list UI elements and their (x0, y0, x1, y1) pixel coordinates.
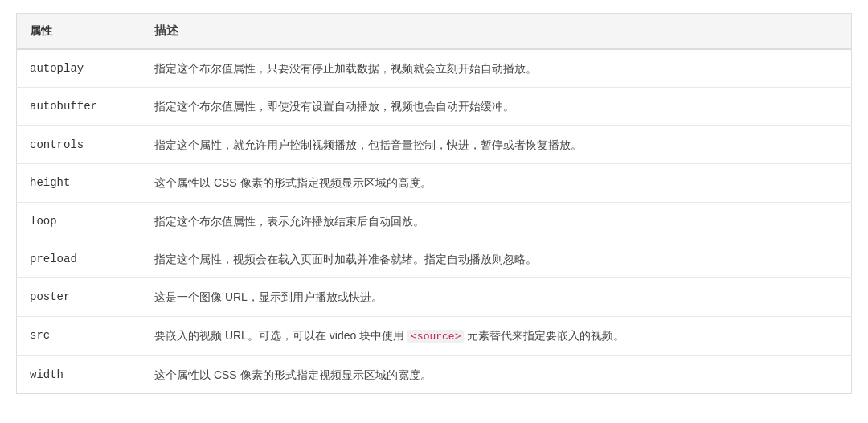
table-row: loop指定这个布尔值属性，表示允许播放结束后自动回放。 (17, 202, 852, 240)
desc-cell: 这个属性以 CSS 像素的形式指定视频显示区域的高度。 (141, 164, 852, 202)
attr-cell: width (17, 355, 141, 393)
attr-cell: preload (17, 240, 141, 277)
attr-cell: src (17, 316, 141, 355)
attr-cell: loop (17, 202, 141, 240)
table-row: src要嵌入的视频 URL。可选，可以在 video 块中使用 <source>… (17, 316, 852, 355)
table-row: autoplay指定这个布尔值属性，只要没有停止加载数据，视频就会立刻开始自动播… (17, 49, 852, 88)
inline-code: <source> (407, 330, 464, 343)
table-container: 属性 描述 autoplay指定这个布尔值属性，只要没有停止加载数据，视频就会立… (0, 0, 868, 407)
attr-cell: height (17, 164, 141, 202)
desc-cell: 这个属性以 CSS 像素的形式指定视频显示区域的宽度。 (141, 355, 852, 393)
table-row: controls指定这个属性，就允许用户控制视频播放，包括音量控制，快进，暂停或… (17, 125, 852, 163)
col-header-desc: 描述 (141, 14, 852, 50)
table-row: height这个属性以 CSS 像素的形式指定视频显示区域的高度。 (17, 164, 852, 202)
col-header-attr: 属性 (17, 14, 141, 50)
attributes-table: 属性 描述 autoplay指定这个布尔值属性，只要没有停止加载数据，视频就会立… (16, 13, 852, 394)
desc-cell: 指定这个属性，视频会在载入页面时加载并准备就绪。指定自动播放则忽略。 (141, 240, 852, 277)
table-row: preload指定这个属性，视频会在载入页面时加载并准备就绪。指定自动播放则忽略… (17, 240, 852, 277)
desc-cell: 这是一个图像 URL，显示到用户播放或快进。 (141, 278, 852, 316)
table-header-row: 属性 描述 (17, 14, 852, 50)
desc-cell: 指定这个布尔值属性，只要没有停止加载数据，视频就会立刻开始自动播放。 (141, 49, 852, 88)
desc-cell: 要嵌入的视频 URL。可选，可以在 video 块中使用 <source> 元素… (141, 316, 852, 355)
desc-cell: 指定这个布尔值属性，即使没有设置自动播放，视频也会自动开始缓冲。 (141, 88, 852, 125)
table-row: autobuffer指定这个布尔值属性，即使没有设置自动播放，视频也会自动开始缓… (17, 88, 852, 125)
attr-cell: controls (17, 125, 141, 163)
table-row: width这个属性以 CSS 像素的形式指定视频显示区域的宽度。 (17, 355, 852, 393)
attr-cell: poster (17, 278, 141, 316)
desc-cell: 指定这个布尔值属性，表示允许播放结束后自动回放。 (141, 202, 852, 240)
attr-cell: autoplay (17, 49, 141, 88)
table-row: poster这是一个图像 URL，显示到用户播放或快进。 (17, 278, 852, 316)
attr-cell: autobuffer (17, 88, 141, 125)
desc-cell: 指定这个属性，就允许用户控制视频播放，包括音量控制，快进，暂停或者恢复播放。 (141, 125, 852, 163)
